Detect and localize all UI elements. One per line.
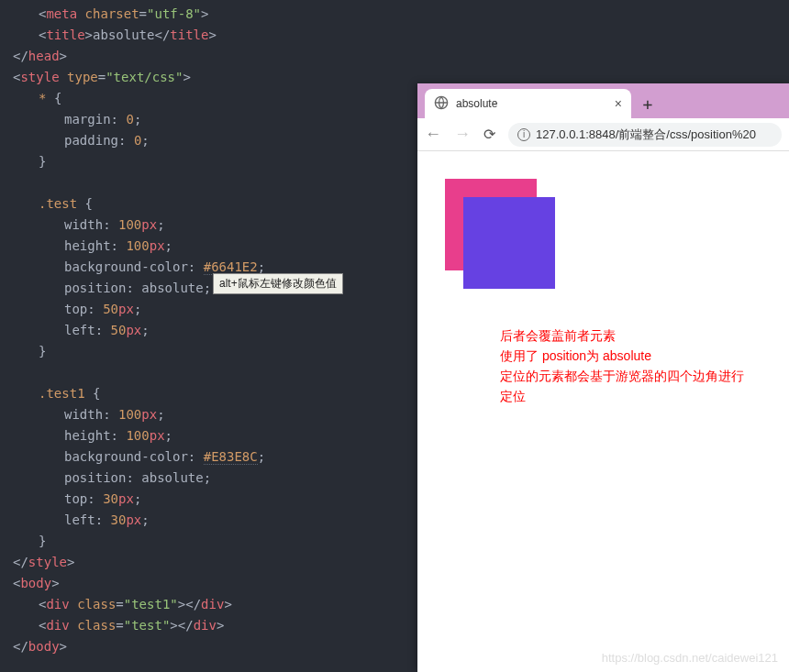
code-line: left: 50px; [13,320,422,341]
watermark: https://blog.csdn.net/caidewei121 [602,651,778,665]
code-line: <title>absolute</title> [13,25,422,46]
code-line: } [13,151,422,172]
code-line: <body> [13,573,422,594]
url-text: 127.0.0.1:8848/前端整合/css/position%20 [536,127,756,143]
code-line: } [13,341,422,362]
browser-tab[interactable]: absolute × [425,89,631,118]
test-box [463,197,555,289]
code-line: .test { [13,193,422,215]
annotation-line: 后者会覆盖前者元素 [500,325,744,346]
code-line: left: 30px; [13,510,422,531]
code-line: margin: 0; [13,109,422,130]
browser-window: absolute × + ← → ⟳ i 127.0.0.1:8848/前端整合… [417,83,789,672]
globe-icon [434,95,449,113]
code-line: padding: 0; [13,130,422,151]
forward-button[interactable]: → [454,125,471,144]
code-line [13,172,422,193]
address-bar[interactable]: i 127.0.0.1:8848/前端整合/css/position%20 [508,123,782,147]
code-line: height: 100px; [13,236,422,257]
code-line: </body> [13,636,422,657]
code-line: width: 100px; [13,404,422,425]
code-line: top: 50px; [13,299,422,320]
code-line: * { [13,88,422,109]
code-line: <meta charset="utf-8"> [13,4,422,25]
annotation-text: 后者会覆盖前者元素 使用了 position为 absolute 定位的元素都会… [500,325,744,406]
annotation-line: 定位 [500,386,744,406]
code-line: width: 100px; [13,215,422,236]
browser-toolbar: ← → ⟳ i 127.0.0.1:8848/前端整合/css/position… [417,118,789,151]
code-line: position: absolute; [13,468,422,489]
code-line: background-color: #E83E8C; [13,446,422,468]
info-icon[interactable]: i [517,128,530,141]
close-icon[interactable]: × [615,96,622,111]
code-line [13,362,422,383]
code-line: <div class="test"></div> [13,615,422,636]
code-line: <style type="text/css"> [13,67,422,88]
code-line: height: 100px; [13,425,422,446]
reload-button[interactable]: ⟳ [483,126,495,143]
code-line: </head> [13,46,422,67]
tab-title: absolute [456,97,607,110]
back-button[interactable]: ← [425,125,441,144]
code-editor[interactable]: <meta charset="utf-8"> <title>absolute</… [0,0,422,672]
code-line: <div class="test1"></div> [13,594,422,615]
color-tooltip: alt+鼠标左键修改颜色值 [213,273,343,294]
code-line: } [13,531,422,552]
code-line: </style> [13,552,422,573]
annotation-line: 定位的元素都会基于游览器的四个边角进行 [500,366,744,386]
page-content: 后者会覆盖前者元素 使用了 position为 absolute 定位的元素都会… [417,151,789,672]
tab-strip: absolute × + [417,83,789,118]
code-line: top: 30px; [13,489,422,510]
new-tab-button[interactable]: + [635,91,661,116]
annotation-line: 使用了 position为 absolute [500,346,744,366]
code-line: .test1 { [13,383,422,404]
